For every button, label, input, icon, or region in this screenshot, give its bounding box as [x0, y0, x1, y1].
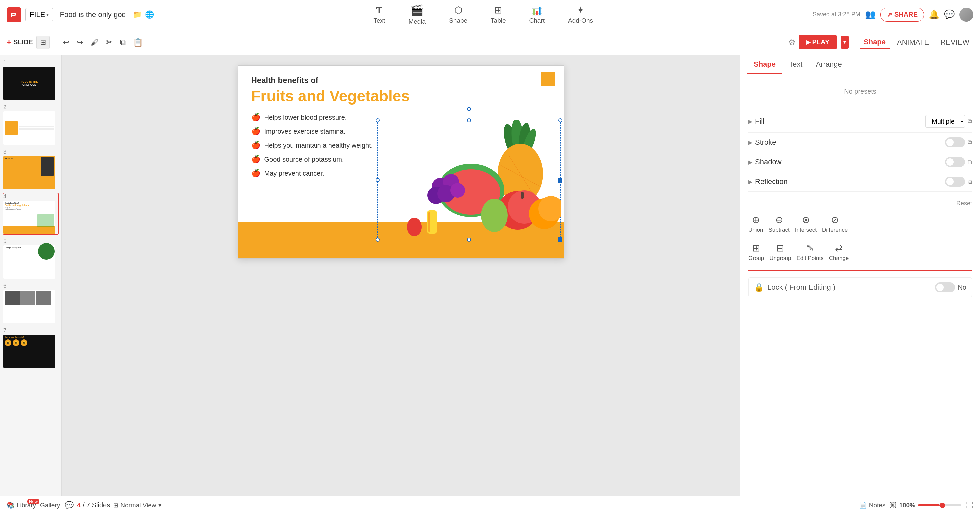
- shadow-toggle[interactable]: [945, 157, 965, 167]
- zoom-slider[interactable]: [918, 504, 961, 506]
- addons-tool-label: Add-Ons: [568, 17, 593, 24]
- reset-link[interactable]: Reset: [748, 200, 972, 207]
- normal-view-icon: ⊞: [113, 502, 118, 509]
- scissors-button[interactable]: ✂: [104, 36, 115, 49]
- slide-number-7: 7: [3, 327, 58, 334]
- text-tool-button[interactable]: T Text: [370, 3, 389, 26]
- slide-thumbnail-7[interactable]: 7 How to feed the people? 😀 😊 🙂: [3, 327, 59, 369]
- fruits-group-selected[interactable]: [377, 120, 561, 240]
- shadow-chevron-icon[interactable]: ▶: [748, 159, 752, 165]
- lock-toggle-button[interactable]: [935, 282, 955, 292]
- normal-view-button[interactable]: ⊞ Normal View ▾: [113, 501, 161, 509]
- settings-gear-icon[interactable]: ⚙: [788, 38, 795, 47]
- ungroup-icon: ⊟: [776, 243, 784, 254]
- slide-thumbnail-1[interactable]: 1 FOOD IS THE ONLY GOD: [3, 59, 59, 101]
- stroke-label: ▶ Stroke: [748, 138, 776, 146]
- animate-tab[interactable]: ANIMATE: [893, 36, 933, 49]
- paste-button[interactable]: 📋: [131, 36, 145, 49]
- selection-handle-bm[interactable]: [467, 238, 471, 242]
- shadow-copy-icon[interactable]: ⧉: [968, 159, 972, 165]
- grid-view-button[interactable]: ⊞: [37, 36, 50, 49]
- group-button[interactable]: ⊞ Group: [748, 243, 764, 262]
- play-dropdown-button[interactable]: ▾: [841, 36, 849, 49]
- selection-handle-tm[interactable]: [467, 118, 471, 123]
- fill-chevron-icon[interactable]: ▶: [748, 118, 752, 125]
- table-tool-button[interactable]: ⊞ Table: [487, 3, 509, 26]
- stroke-toggle[interactable]: [945, 137, 965, 147]
- selection-handle-bl[interactable]: [375, 238, 380, 242]
- rotation-handle[interactable]: [467, 107, 471, 111]
- panel-body: No presets ▶ Fill Multiple ⧉ ▶: [740, 74, 980, 496]
- group-ops-row: ⊞ Group ⊟ Ungroup ✎ Edit Points ⇄ Change: [748, 238, 972, 266]
- reflection-toggle[interactable]: [945, 177, 965, 187]
- slide-indicator: 4 / 7 Slides: [77, 501, 110, 509]
- paint-format-button[interactable]: 🖌: [89, 36, 101, 49]
- bullet-icon-5: 🍎: [251, 169, 260, 178]
- fullscreen-button[interactable]: ⛶: [966, 501, 973, 510]
- selection-handle-br[interactable]: [558, 237, 562, 242]
- panel-tab-arrange[interactable]: Arrange: [809, 55, 848, 74]
- difference-button[interactable]: ⊘ Difference: [822, 214, 848, 233]
- copy-button[interactable]: ⧉: [118, 36, 128, 49]
- user-avatar[interactable]: [959, 8, 973, 22]
- redo-button[interactable]: ↪: [75, 36, 85, 49]
- media-tool-button[interactable]: 🎬 Media: [405, 2, 429, 27]
- zoom-out-icon[interactable]: 🖼: [890, 502, 896, 509]
- comment-icon[interactable]: 💬: [65, 501, 74, 510]
- lock-toggle-group: No: [935, 282, 966, 292]
- panel-tab-shape[interactable]: Shape: [747, 55, 782, 74]
- share-button[interactable]: ↗ SHARE: [880, 8, 924, 22]
- chat-icon[interactable]: 💬: [944, 10, 955, 20]
- table-tool-icon: ⊞: [494, 5, 502, 16]
- slide-thumbnail-3[interactable]: 3 What is...: [3, 148, 59, 190]
- addons-tool-button[interactable]: ✦ Add-Ons: [565, 3, 597, 26]
- selection-handle-mr[interactable]: [558, 178, 562, 183]
- union-button[interactable]: ⊕ Union: [748, 214, 763, 233]
- collaborators-icon[interactable]: 👥: [865, 10, 876, 20]
- selection-handle-tr[interactable]: [558, 118, 562, 123]
- play-button[interactable]: ▶ PLAY: [799, 35, 837, 49]
- stroke-chevron-icon[interactable]: ▶: [748, 139, 752, 146]
- lock-value: No: [958, 284, 966, 291]
- doc-icons: 📁 🌐: [133, 10, 154, 19]
- selection-handle-tl[interactable]: [375, 118, 380, 123]
- undo-button[interactable]: ↩: [60, 36, 72, 49]
- shape-tool-button[interactable]: ⬡ Shape: [445, 3, 471, 26]
- change-button[interactable]: ⇄ Change: [829, 243, 849, 262]
- file-menu-button[interactable]: FILE ▾: [25, 8, 53, 21]
- slide-canvas[interactable]: Health benefits of Fruits and Vegetables…: [238, 65, 564, 259]
- chart-tool-button[interactable]: 📊 Chart: [526, 3, 548, 26]
- globe-icon[interactable]: 🌐: [145, 10, 154, 19]
- subtract-button[interactable]: ⊖ Subtract: [768, 214, 789, 233]
- ungroup-button[interactable]: ⊟ Ungroup: [769, 243, 791, 262]
- document-title[interactable]: Food is the only god: [60, 10, 126, 19]
- canvas-area[interactable]: Health benefits of Fruits and Vegetables…: [62, 55, 740, 496]
- library-button[interactable]: 📚 Library New: [7, 501, 36, 509]
- fill-dropdown[interactable]: Multiple: [925, 115, 965, 128]
- slide-thumbnail-6[interactable]: 6: [3, 282, 59, 324]
- zoom-thumb[interactable]: [940, 503, 945, 508]
- notifications-icon[interactable]: 🔔: [929, 10, 939, 20]
- intersect-button[interactable]: ⊗ Intersect: [795, 214, 817, 233]
- notes-button[interactable]: 📄 Notes: [859, 501, 886, 509]
- bottom-center: 💬 4 / 7 Slides ⊞ Normal View ▾: [65, 501, 854, 510]
- slide-thumbnail-4[interactable]: 4 Health benefits of Fruits and Vegetabl…: [3, 193, 59, 235]
- bullet-icon-4: 🍎: [251, 155, 260, 164]
- slide-thumbnail-2[interactable]: 2: [3, 103, 59, 145]
- folder-icon[interactable]: 📁: [133, 10, 142, 19]
- gallery-button[interactable]: Gallery: [40, 502, 60, 509]
- main-area: 1 FOOD IS THE ONLY GOD 2 3: [0, 55, 980, 496]
- selection-handle-ml[interactable]: [375, 178, 380, 182]
- fill-copy-icon[interactable]: ⧉: [968, 118, 972, 125]
- normal-view-dropdown: ▾: [158, 501, 162, 509]
- text-tool-icon: T: [376, 5, 383, 16]
- panel-tab-text[interactable]: Text: [782, 55, 809, 74]
- review-tab[interactable]: REVIEW: [936, 36, 973, 49]
- edit-points-button[interactable]: ✎ Edit Points: [796, 243, 823, 262]
- format-tab[interactable]: Shape: [860, 36, 890, 49]
- reflection-chevron-icon[interactable]: ▶: [748, 179, 752, 185]
- reflection-copy-icon[interactable]: ⧉: [968, 178, 972, 185]
- stroke-copy-icon[interactable]: ⧉: [968, 139, 972, 146]
- add-slide-button[interactable]: + SLIDE: [7, 38, 33, 47]
- slide-thumbnail-5[interactable]: 5 Eating a healthy diet: [3, 237, 59, 279]
